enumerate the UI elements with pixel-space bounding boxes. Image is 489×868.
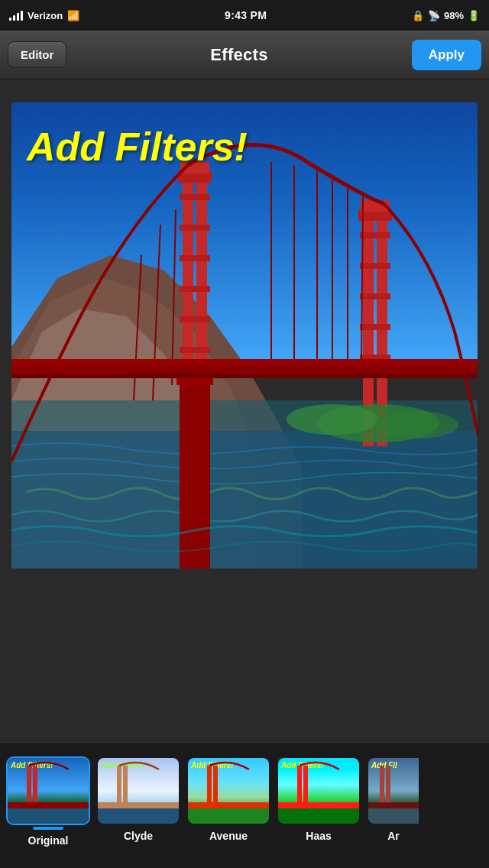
svg-rect-54 [297, 766, 302, 804]
battery-label: 98% [444, 10, 464, 21]
filter-thumb-avenue: Add Filters! [186, 756, 270, 825]
status-bar: Verizon 📶 9:43 PM 🔒 📡 98% 🔋 [0, 0, 489, 31]
svg-rect-45 [8, 808, 90, 825]
filter-label-haas: Haas [306, 830, 331, 842]
filter-item-original[interactable]: Add Filters! Original [6, 756, 90, 847]
page-title: Effects [210, 45, 267, 65]
svg-rect-21 [360, 293, 390, 300]
filter-item-haas[interactable]: Add Filters! Haas [277, 756, 361, 842]
svg-rect-55 [303, 766, 308, 804]
bluetooth-icon: 📡 [428, 10, 440, 21]
svg-rect-5 [180, 370, 210, 568]
svg-rect-50 [207, 766, 212, 804]
svg-rect-22 [360, 324, 390, 330]
filter-label-original: Original [28, 834, 69, 847]
svg-rect-53 [188, 808, 270, 825]
wifi-icon: 📶 [67, 10, 79, 21]
status-left: Verizon 📶 [9, 10, 79, 21]
svg-rect-61 [368, 808, 420, 825]
svg-rect-10 [180, 225, 210, 231]
filter-item-ar[interactable]: Add Fil Ar [367, 756, 420, 842]
svg-rect-59 [386, 766, 390, 804]
svg-rect-52 [188, 802, 270, 808]
selected-indicator [33, 827, 63, 830]
svg-rect-14 [180, 347, 210, 353]
status-right: 🔒 📡 98% 🔋 [412, 10, 480, 21]
filter-thumb-clyde: Add Filters! [96, 756, 180, 825]
overlay-text: Add Filters! [27, 125, 248, 169]
svg-rect-56 [278, 802, 361, 808]
signal-icon [9, 10, 23, 21]
filter-thumb-haas: Add Filters! [277, 756, 361, 825]
bottom-toolbar: Add Filters! Original Add Filters! [0, 742, 489, 868]
filter-label-clyde: Clyde [124, 830, 153, 842]
filter-label-avenue: Avenue [209, 830, 248, 842]
svg-rect-13 [180, 316, 210, 322]
svg-rect-47 [123, 766, 128, 804]
nav-bar: Editor Effects Apply [0, 31, 489, 79]
svg-rect-51 [213, 766, 218, 804]
bridge-illustration [11, 102, 478, 568]
back-button[interactable]: Editor [8, 41, 66, 68]
filter-item-clyde[interactable]: Add Filters! Clyde [96, 756, 180, 842]
svg-rect-58 [380, 766, 384, 804]
apply-button[interactable]: Apply [412, 40, 481, 70]
filter-label-ar: Ar [387, 830, 400, 842]
svg-rect-46 [117, 766, 121, 804]
filter-thumb-original: Add Filters! [6, 756, 90, 825]
svg-point-40 [287, 404, 378, 435]
svg-rect-57 [278, 808, 361, 825]
svg-rect-12 [180, 286, 210, 292]
status-time: 9:43 PM [225, 9, 267, 21]
svg-rect-9 [180, 194, 210, 200]
svg-rect-19 [360, 232, 390, 238]
filter-item-avenue[interactable]: Add Filters! Avenue [186, 756, 270, 842]
svg-rect-36 [11, 359, 478, 364]
main-content: Add Filters! [0, 79, 489, 584]
carrier-label: Verizon [28, 10, 63, 21]
svg-rect-49 [98, 808, 180, 825]
svg-rect-37 [11, 374, 478, 378]
svg-rect-11 [180, 255, 210, 261]
svg-rect-20 [360, 263, 390, 269]
lock-icon: 🔒 [412, 10, 424, 21]
svg-rect-42 [27, 766, 31, 804]
filter-thumb-ar: Add Fil [367, 756, 420, 825]
filter-strip: Add Filters! Original Add Filters! [0, 743, 489, 847]
svg-rect-60 [368, 802, 420, 808]
battery-icon: 🔋 [468, 10, 480, 21]
svg-rect-43 [33, 766, 37, 804]
image-preview: Add Filters! [11, 102, 478, 568]
svg-rect-48 [98, 802, 180, 808]
svg-rect-44 [8, 802, 90, 808]
svg-point-41 [374, 411, 458, 439]
